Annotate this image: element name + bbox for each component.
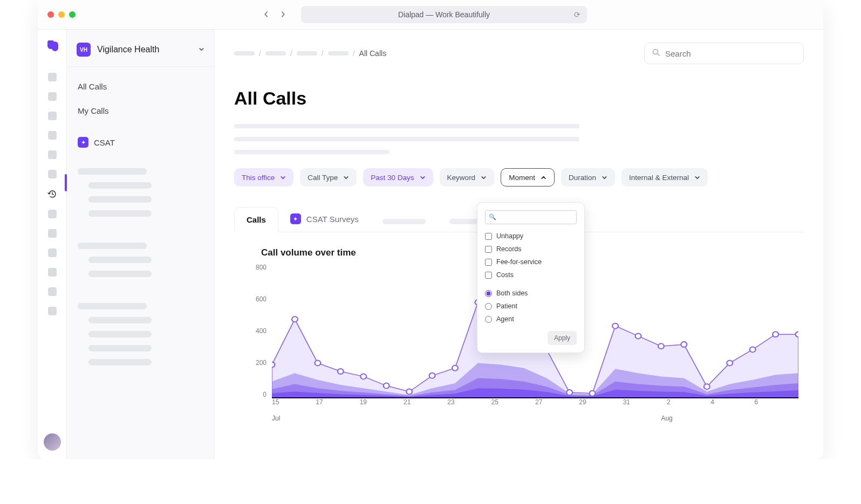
- moment-side-option[interactable]: Both sides: [485, 287, 577, 300]
- svg-point-5: [360, 374, 366, 379]
- moment-dropdown: 🔍 Unhappy Records Fee-for-service Costs …: [477, 202, 585, 353]
- filter-duration[interactable]: Duration: [561, 168, 615, 187]
- sidebar-placeholder-group-2: [67, 231, 214, 289]
- sidebar-item-label: CSAT: [94, 138, 115, 147]
- search-icon: [652, 49, 660, 58]
- search-field[interactable]: [644, 43, 804, 64]
- rail-item-1[interactable]: [48, 73, 57, 81]
- rail-item-4[interactable]: [48, 131, 57, 140]
- rail-active-indicator: [65, 174, 67, 191]
- svg-point-22: [750, 347, 756, 352]
- traffic-lights: [47, 11, 76, 18]
- search-input[interactable]: [665, 49, 796, 58]
- csat-icon: ✦: [290, 213, 301, 224]
- svg-point-21: [727, 360, 733, 365]
- rail-item-11[interactable]: [48, 287, 57, 296]
- filter-scope[interactable]: Internal & External: [621, 168, 708, 187]
- svg-point-2: [292, 316, 298, 322]
- filter-keyword[interactable]: Keyword: [440, 168, 495, 187]
- reload-icon[interactable]: ⟳: [574, 10, 580, 19]
- main-content: / / / / All Calls All Calls This office: [215, 30, 823, 459]
- svg-point-1: [272, 362, 275, 368]
- svg-point-8: [429, 373, 435, 378]
- workspace-name: Vigilance Health: [97, 45, 192, 54]
- csat-icon: ✦: [78, 137, 88, 148]
- address-bar[interactable]: Dialpad — Work Beautifully ⟳: [301, 6, 587, 23]
- rail-item-5[interactable]: [48, 150, 57, 159]
- svg-point-9: [452, 365, 458, 371]
- logo-icon: [45, 40, 59, 51]
- filter-office[interactable]: This office: [234, 168, 293, 187]
- chevron-down-icon: [199, 45, 204, 54]
- rail-item-10[interactable]: [48, 268, 57, 277]
- svg-point-14: [566, 390, 572, 395]
- forward-button[interactable]: [280, 10, 286, 19]
- svg-point-4: [338, 369, 344, 374]
- moment-side-option[interactable]: Agent: [485, 313, 577, 326]
- svg-point-20: [704, 384, 710, 389]
- tab-placeholder-1[interactable]: [371, 211, 438, 232]
- workspace-badge: VH: [77, 43, 91, 57]
- chart-y-axis: 8006004002000: [245, 264, 266, 398]
- svg-point-7: [406, 389, 412, 395]
- user-avatar[interactable]: [44, 433, 61, 451]
- filter-row: This office Call Type Past 30 Days Keywo…: [234, 168, 804, 187]
- moment-side-option[interactable]: Patient: [485, 300, 577, 313]
- rail-item-3[interactable]: [48, 112, 57, 120]
- close-window-button[interactable]: [47, 11, 54, 18]
- rail-item-6[interactable]: [48, 170, 57, 178]
- address-title: Dialpad — Work Beautifully: [398, 10, 490, 19]
- svg-point-3: [315, 360, 320, 365]
- filter-moment[interactable]: Moment: [501, 168, 555, 187]
- sidebar-item-my-calls[interactable]: My Calls: [67, 100, 214, 122]
- app-window: Dialpad — Work Beautifully ⟳: [38, 0, 823, 459]
- sidebar-placeholder-group-3: [67, 291, 214, 377]
- moment-option[interactable]: Records: [485, 243, 577, 256]
- sidebar-item-csat[interactable]: ✦ CSAT: [67, 130, 214, 154]
- rail-item-9[interactable]: [48, 248, 57, 257]
- rail-item-2[interactable]: [48, 92, 57, 101]
- app-body: VH Vigilance Health All Calls My Calls ✦…: [38, 30, 823, 459]
- tab-csat-surveys[interactable]: ✦ CSAT Surveys: [278, 206, 371, 232]
- breadcrumb-current: All Calls: [359, 49, 387, 58]
- rail-item-7[interactable]: [48, 210, 57, 218]
- svg-point-17: [636, 333, 641, 339]
- back-button[interactable]: [263, 10, 269, 19]
- page-title: All Calls: [234, 88, 804, 109]
- rail-item-12[interactable]: [48, 307, 57, 315]
- breadcrumb: / / / / All Calls: [234, 49, 386, 58]
- svg-point-16: [612, 323, 618, 329]
- moment-option[interactable]: Unhappy: [485, 230, 577, 243]
- workspace-switcher[interactable]: VH Vigilance Health: [67, 38, 214, 67]
- history-icon[interactable]: [47, 189, 57, 199]
- moment-option[interactable]: Costs: [485, 268, 577, 281]
- nav-arrows: [263, 10, 286, 19]
- sidebar: VH Vigilance Health All Calls My Calls ✦…: [67, 30, 215, 459]
- svg-point-24: [796, 332, 798, 337]
- titlebar: Dialpad — Work Beautifully ⟳: [38, 0, 823, 30]
- svg-point-18: [658, 343, 664, 349]
- minimize-window-button[interactable]: [58, 11, 65, 18]
- subtitle-placeholder: [234, 124, 579, 154]
- moment-search-input[interactable]: [485, 210, 577, 224]
- svg-point-15: [590, 391, 596, 396]
- rail-item-8[interactable]: [48, 229, 57, 238]
- search-icon: 🔍: [489, 213, 496, 220]
- filter-call-type[interactable]: Call Type: [300, 168, 357, 187]
- svg-point-6: [384, 383, 390, 389]
- tab-calls[interactable]: Calls: [234, 207, 278, 232]
- apply-button[interactable]: Apply: [548, 331, 577, 345]
- filter-date-range[interactable]: Past 30 Days: [363, 168, 433, 187]
- left-rail: [38, 30, 67, 459]
- sidebar-placeholder-group-1: [67, 156, 214, 229]
- svg-point-0: [653, 50, 658, 54]
- maximize-window-button[interactable]: [69, 11, 76, 18]
- moment-option[interactable]: Fee-for-service: [485, 256, 577, 268]
- svg-point-23: [773, 332, 778, 337]
- sidebar-item-all-calls[interactable]: All Calls: [67, 75, 214, 98]
- svg-point-19: [681, 342, 687, 347]
- chart-x-axis: 151719212325272931246JulAug: [272, 398, 798, 420]
